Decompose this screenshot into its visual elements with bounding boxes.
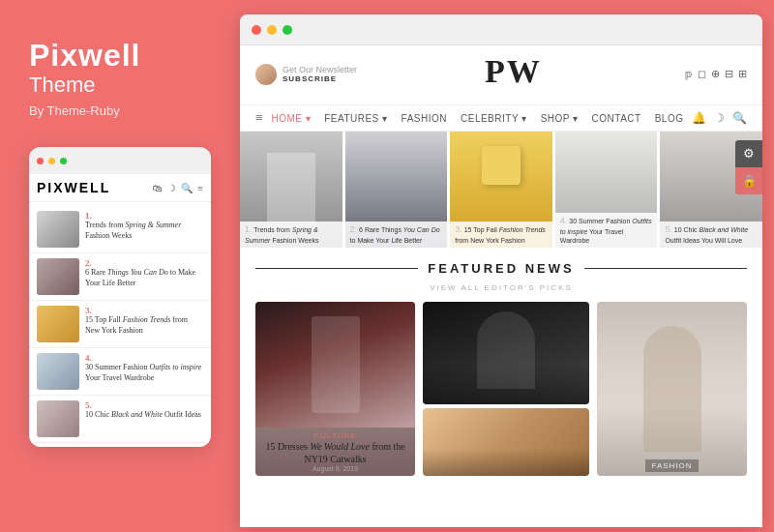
hero-slide-1[interactable]: 1. Trends from Spring & Summer Fashion W… xyxy=(240,132,342,248)
settings-overlay: ⚙ 🔒 xyxy=(735,140,762,194)
browser-dot-yellow[interactable] xyxy=(267,25,277,35)
mobile-thumb-4 xyxy=(37,353,79,390)
whatsapp-icon[interactable]: ⊕ xyxy=(711,68,720,80)
mobile-article-text-5: 5. 10 Chic Black and White Outfit Ideas xyxy=(85,400,203,420)
hero-num-2: 2. xyxy=(350,224,358,234)
featured-caption-area: CULTURE 15 Dresses We Would Love from th… xyxy=(255,428,415,476)
mobile-mockup: PIXWELL 🛍 ☽ 🔍 ≡ 1. Trends from Spring & … xyxy=(29,147,211,447)
featured-header: FEATURED NEWS xyxy=(255,261,747,276)
browser-top-bar xyxy=(240,15,762,45)
mobile-article-num-2: 2. xyxy=(85,258,203,268)
mobile-article-num-3: 3. xyxy=(85,306,203,315)
mobile-logo: PIXWELL xyxy=(37,180,110,195)
nav-blog[interactable]: BLOG xyxy=(655,113,684,124)
pinterest-icon[interactable]: 𝕡 xyxy=(685,68,693,80)
nav-contact[interactable]: CONTACT xyxy=(592,113,641,124)
featured-middle-column xyxy=(423,302,589,476)
mobile-article-num-5: 5. xyxy=(85,400,203,410)
nav-fashion[interactable]: FASHION xyxy=(402,113,447,124)
hamburger-icon[interactable]: ≡ xyxy=(255,110,263,126)
featured-main-image xyxy=(255,302,415,428)
nav-search-icon[interactable]: 🔍 xyxy=(732,111,747,126)
mobile-article-text-1: 1. Trends from Spring & Summer Fashion W… xyxy=(85,211,203,241)
bookmark-icon[interactable]: ⊟ xyxy=(725,68,733,80)
featured-main-date: August 9, 2019 xyxy=(261,465,409,472)
mobile-article-5[interactable]: 5. 10 Chic Black and White Outfit Ideas xyxy=(29,396,211,443)
hero-num-1: 1. xyxy=(245,224,253,234)
mobile-header-icons: 🛍 ☽ 🔍 ≡ xyxy=(153,183,203,193)
featured-mid-bottom-image[interactable] xyxy=(423,408,589,476)
mobile-thumb-5 xyxy=(37,400,79,437)
share-icon[interactable]: ⊞ xyxy=(738,68,747,80)
nav-notification-icon[interactable]: 🔔 xyxy=(692,111,706,126)
hero-caption-3: 3. 15 Top Fall Fashion Trends from New Y… xyxy=(450,222,552,248)
featured-main-article[interactable]: CULTURE 15 Dresses We Would Love from th… xyxy=(255,302,415,476)
mobile-article-text-2: 2. 6 Rare Things You Can Do to Make Your… xyxy=(85,258,203,288)
featured-main-category: CULTURE xyxy=(261,431,409,440)
nav-right-icons: 🔔 ☽ 🔍 xyxy=(692,111,747,126)
mobile-article-title-5: 10 Chic Black and White Outfit Ideas xyxy=(85,410,203,420)
website-header: Get Our Newsletter SUBSCRIBE PW 𝕡 ◻ ⊕ ⊟ … xyxy=(240,45,762,105)
mobile-thumb-1 xyxy=(37,211,79,248)
hero-caption-2: 2. 6 Rare Things You Can Do to Make Your… xyxy=(345,222,448,248)
hero-slide-3[interactable]: 3. 15 Top Fall Fashion Trends from New Y… xyxy=(450,132,552,248)
featured-main-title: 15 Dresses We Would Love from the NY19 C… xyxy=(261,440,409,465)
settings-lock-button[interactable]: 🔒 xyxy=(735,167,762,194)
mobile-thumb-2 xyxy=(37,258,79,295)
mobile-dot-green xyxy=(60,158,67,164)
hero-caption-1: 1. Trends from Spring & Summer Fashion W… xyxy=(240,222,342,248)
brand-by: By Theme-Ruby xyxy=(29,103,120,118)
mobile-article-list: 1. Trends from Spring & Summer Fashion W… xyxy=(29,202,211,447)
mobile-article-2[interactable]: 2. 6 Rare Things You Can Do to Make Your… xyxy=(29,253,211,301)
header-social-icons: 𝕡 ◻ ⊕ ⊟ ⊞ xyxy=(685,68,747,80)
site-logo: PW xyxy=(357,53,685,95)
subscribe-label[interactable]: SUBSCRIBE xyxy=(283,74,357,83)
mobile-menu-icon[interactable]: ≡ xyxy=(197,183,203,193)
nav-home[interactable]: HOME ▾ xyxy=(271,113,311,124)
nav-features[interactable]: FEATURES ▾ xyxy=(324,113,387,124)
hero-slide-4[interactable]: 4. 30 Summer Fashion Outfits to inspire … xyxy=(555,132,658,248)
mobile-article-3[interactable]: 3. 15 Top Fall Fashion Trends from New Y… xyxy=(29,301,211,348)
mobile-shop-icon: 🛍 xyxy=(153,183,163,193)
settings-gear-button[interactable]: ⚙ xyxy=(735,140,762,167)
website-nav: ≡ HOME ▾ FEATURES ▾ FASHION CELEBRITY ▾ … xyxy=(240,105,762,132)
featured-line-right xyxy=(584,268,747,269)
left-panel: Pixwell Theme By Theme-Ruby PIXWELL 🛍 ☽ … xyxy=(0,0,240,532)
fashion-cat-bottom: FASHION xyxy=(597,455,747,472)
featured-line-left xyxy=(255,268,418,269)
mobile-article-title-4: 30 Summer Fashion Outfits to inspire You… xyxy=(85,363,203,383)
nav-links: HOME ▾ FEATURES ▾ FASHION CELEBRITY ▾ SH… xyxy=(271,113,683,124)
browser-dot-green[interactable] xyxy=(283,25,292,35)
mobile-article-title-2: 6 Rare Things You Can Do to Make Your Li… xyxy=(85,268,203,288)
featured-right-image[interactable]: FASHION xyxy=(597,302,747,476)
svg-text:PW: PW xyxy=(485,53,542,88)
mobile-header: PIXWELL 🛍 ☽ 🔍 ≡ xyxy=(29,174,211,202)
nav-celebrity[interactable]: CELEBRITY ▾ xyxy=(461,113,527,124)
newsletter-area: Get Our Newsletter SUBSCRIBE xyxy=(255,64,357,85)
featured-subtitle[interactable]: VIEW ALL EDITOR'S PICKS xyxy=(255,283,747,292)
mobile-dot-red xyxy=(37,158,44,164)
website-top-row: Get Our Newsletter SUBSCRIBE PW 𝕡 ◻ ⊕ ⊟ … xyxy=(255,53,747,95)
mobile-article-4[interactable]: 4. 30 Summer Fashion Outfits to inspire … xyxy=(29,348,211,396)
featured-mid-top-image[interactable] xyxy=(423,302,589,404)
hero-caption-4: 4. 30 Summer Fashion Outfits to inspire … xyxy=(555,213,658,248)
featured-title: FEATURED NEWS xyxy=(428,261,574,276)
hero-slide-2[interactable]: 2. 6 Rare Things You Can Do to Make Your… xyxy=(345,132,448,248)
hero-num-4: 4. xyxy=(560,216,568,225)
mobile-article-1[interactable]: 1. Trends from Spring & Summer Fashion W… xyxy=(29,206,211,253)
browser-dot-red[interactable] xyxy=(252,25,261,35)
browser-panel: Get Our Newsletter SUBSCRIBE PW 𝕡 ◻ ⊕ ⊟ … xyxy=(240,15,762,527)
mobile-top-bar xyxy=(29,147,211,174)
mobile-article-num-4: 4. xyxy=(85,353,203,363)
mobile-article-text-3: 3. 15 Top Fall Fashion Trends from New Y… xyxy=(85,306,203,336)
newsletter-label: Get Our Newsletter xyxy=(283,65,357,74)
mobile-thumb-3 xyxy=(37,306,79,342)
hero-num-3: 3. xyxy=(455,224,462,234)
nav-shop[interactable]: SHOP ▾ xyxy=(541,113,579,124)
instagram-icon[interactable]: ◻ xyxy=(698,68,706,80)
featured-section: FEATURED NEWS VIEW ALL EDITOR'S PICKS CU… xyxy=(240,248,762,484)
mobile-article-num-1: 1. xyxy=(85,211,203,221)
brand-name: Pixwell xyxy=(29,39,141,73)
nav-moon-icon[interactable]: ☽ xyxy=(714,111,725,126)
brand-subtitle: Theme xyxy=(29,73,95,98)
